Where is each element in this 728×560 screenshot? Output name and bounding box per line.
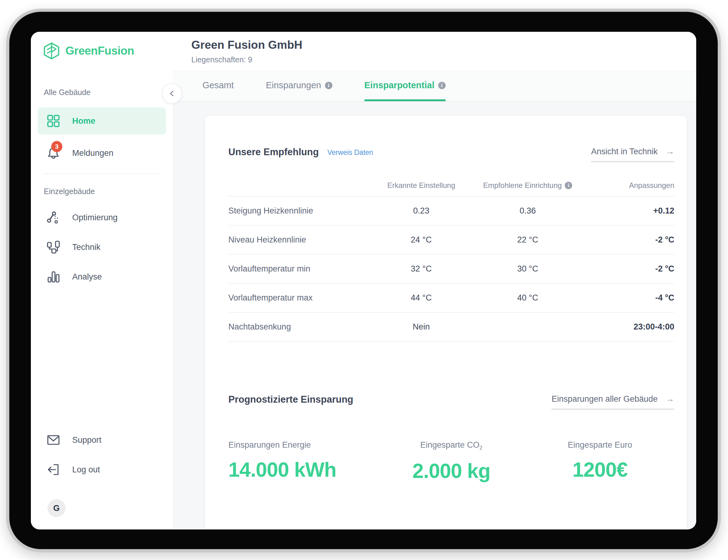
page-title: Green Fusion GmbH xyxy=(191,39,696,52)
tab-einsparpotential[interactable]: Einsparpotential i xyxy=(364,71,446,101)
adjustment-value: 23:00-4:00 xyxy=(585,322,674,332)
page-subtitle: Liegenschaften: 9 xyxy=(191,55,696,64)
grid-icon xyxy=(46,114,60,128)
recommendation-title: Unsere Empfehlung xyxy=(228,147,319,158)
sidebar-item-label: Optimierung xyxy=(72,213,118,222)
stat-label: Einsparungen Energie xyxy=(228,440,377,450)
table-row: Vorlauftemperatur max 44 °C 40 °C -4 °C xyxy=(228,284,674,313)
detected-value: 0.23 xyxy=(372,206,471,216)
adjustment-value: -4 °C xyxy=(585,293,674,303)
stat-energy: Einsparungen Energie 14.000 kWh xyxy=(228,440,377,483)
tablet-bezel: GreenFusion Alle Gebäude Home 3 xyxy=(9,12,718,549)
forecast-stats: Einsparungen Energie 14.000 kWh Eingespa… xyxy=(228,440,674,483)
stat-value: 14.000 kWh xyxy=(228,458,377,481)
table-row: Nachtabsenkung Nein 23:00-4:00 xyxy=(228,313,674,342)
tab-label: Einsparpotential xyxy=(364,80,435,90)
sidebar-item-analyse[interactable]: Analyse xyxy=(38,266,166,288)
row-label: Vorlauftemperatur min xyxy=(228,264,372,274)
app-window: GreenFusion Alle Gebäude Home 3 xyxy=(31,32,696,529)
logout-icon xyxy=(46,463,60,477)
sidebar-item-technik[interactable]: Technik xyxy=(38,236,166,258)
forecast-header: Prognostizierte Einsparung Einsparungen … xyxy=(228,394,674,409)
column-detected: Erkannte Einstellung xyxy=(372,181,471,190)
column-label: Empfohlene Einrichtung xyxy=(483,181,562,190)
detected-value: 32 °C xyxy=(372,264,471,274)
info-icon[interactable]: i xyxy=(438,82,446,89)
detected-value: 44 °C xyxy=(372,293,471,303)
link-label: Einsparungen aller Gebäude xyxy=(551,394,658,404)
row-label: Steigung Heizkennlinie xyxy=(228,206,372,216)
adjustment-value: +0.12 xyxy=(585,206,674,216)
stat-label: Eingesparte CO2 xyxy=(420,440,483,451)
tab-label: Gesamt xyxy=(202,80,234,90)
adjustment-value: -2 °C xyxy=(585,264,674,274)
sidebar-item-label: Support xyxy=(72,435,102,445)
mail-icon xyxy=(46,433,60,447)
sidebar-item-support[interactable]: Support xyxy=(38,429,166,451)
sidebar-section-all-buildings: Alle Gebäude xyxy=(44,88,173,97)
table-row: Vorlauftemperatur min 32 °C 30 °C -2 °C xyxy=(228,255,674,284)
row-label: Niveau Heizkennlinie xyxy=(228,235,372,245)
sidebar-item-label: Home xyxy=(72,116,95,126)
recommended-value: 0.36 xyxy=(471,206,585,216)
sidebar-divider xyxy=(44,173,160,174)
recommended-value: 40 °C xyxy=(471,293,585,303)
sidebar-spacer xyxy=(31,288,173,421)
bar-chart-icon xyxy=(46,270,60,284)
brand-logo[interactable]: GreenFusion xyxy=(31,41,173,61)
stat-co2: Eingesparte CO2 2.000 kg xyxy=(377,440,526,483)
recommended-value: 22 °C xyxy=(471,235,585,245)
adjustment-value: -2 °C xyxy=(585,235,674,245)
chevron-left-icon xyxy=(168,89,176,97)
sidebar-item-home[interactable]: Home xyxy=(38,107,166,135)
detected-value: Nein xyxy=(372,322,471,332)
sidebar-item-meldungen[interactable]: 3 Meldungen xyxy=(38,142,166,164)
hierarchy-icon xyxy=(46,240,60,254)
sidebar-section-single-building: Einzelgebäude xyxy=(44,187,173,196)
sidebar: GreenFusion Alle Gebäude Home 3 xyxy=(31,32,173,529)
stat-euro: Eingesparte Euro 1200€ xyxy=(526,440,674,483)
table-row: Steigung Heizkennlinie 0.23 0.36 +0.12 xyxy=(228,197,674,226)
tablet-frame: GreenFusion Alle Gebäude Home 3 xyxy=(6,9,721,552)
column-recommended: Empfohlene Einrichtung i xyxy=(471,181,585,190)
verweis-daten-link[interactable]: Verweis Daten xyxy=(327,148,373,157)
page-header: Green Fusion GmbH Liegenschaften: 9 xyxy=(173,32,696,71)
row-label: Vorlauftemperatur max xyxy=(228,293,372,303)
forecast-title: Prognostizierte Einsparung xyxy=(228,394,353,405)
detected-value: 24 °C xyxy=(372,235,471,245)
einsparungen-aller-gebaeude-link[interactable]: Einsparungen aller Gebäude → xyxy=(551,394,674,409)
stat-label-subscript: 2 xyxy=(480,445,482,451)
stat-label-text: Eingesparte CO xyxy=(420,440,480,450)
info-icon[interactable]: i xyxy=(565,182,572,189)
tab-gesamt[interactable]: Gesamt xyxy=(202,71,234,101)
sidebar-item-logout[interactable]: Log out xyxy=(38,458,166,481)
tab-einsparungen[interactable]: Einsparungen i xyxy=(266,71,332,101)
avatar[interactable]: G xyxy=(48,499,65,517)
stat-value: 1200€ xyxy=(572,458,628,481)
sidebar-item-optimierung[interactable]: Optimierung xyxy=(38,206,166,229)
recommendation-header: Unsere Empfehlung Verweis Daten Ansicht … xyxy=(228,147,674,162)
sidebar-item-label: Meldungen xyxy=(72,148,114,158)
stat-label-text: Eingesparte Euro xyxy=(568,440,632,450)
content-area: Unsere Empfehlung Verweis Daten Ansicht … xyxy=(173,102,696,529)
sidebar-item-label: Technik xyxy=(72,243,101,252)
column-label: Erkannte Einstellung xyxy=(387,181,455,190)
tabbar: Gesamt Einsparungen i Einsparpotential i xyxy=(173,71,696,102)
optimization-icon xyxy=(46,210,60,225)
ansicht-in-technik-link[interactable]: Ansicht in Technik → xyxy=(591,147,674,162)
stat-value: 2.000 kg xyxy=(412,459,490,483)
brand-name: GreenFusion xyxy=(65,44,134,57)
stat-label-text: Einsparungen Energie xyxy=(228,440,311,450)
tab-label: Einsparungen xyxy=(266,80,321,90)
recommendation-table: Erkannte Einstellung Empfohlene Einricht… xyxy=(228,181,674,342)
sidebar-collapse-button[interactable] xyxy=(162,83,182,104)
info-icon[interactable]: i xyxy=(325,82,332,89)
notification-badge: 3 xyxy=(51,141,62,152)
stat-label: Eingesparte Euro xyxy=(568,440,632,450)
recommendation-card: Unsere Empfehlung Verweis Daten Ansicht … xyxy=(205,116,687,529)
arrow-right-icon: → xyxy=(666,394,674,404)
arrow-right-icon: → xyxy=(666,147,674,156)
table-header-row: Erkannte Einstellung Empfohlene Einricht… xyxy=(228,181,674,197)
sidebar-item-label: Log out xyxy=(72,465,100,475)
main-area: Green Fusion GmbH Liegenschaften: 9 Gesa… xyxy=(173,32,696,529)
